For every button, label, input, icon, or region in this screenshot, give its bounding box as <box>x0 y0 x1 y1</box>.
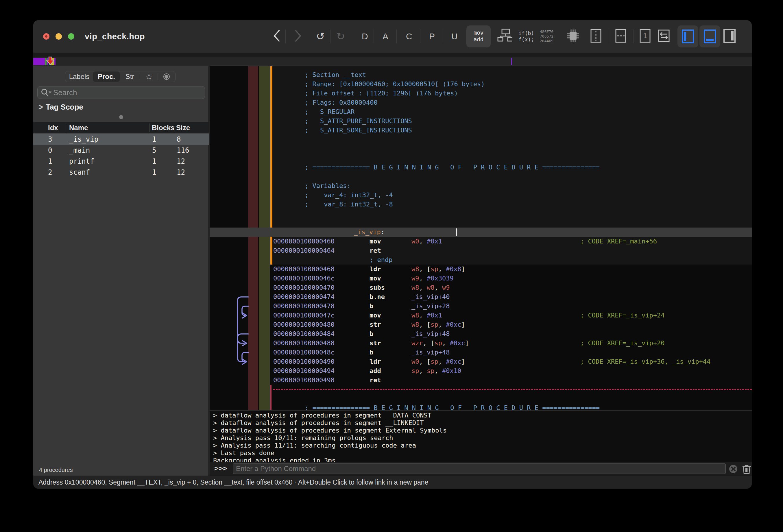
python-command-input[interactable] <box>233 464 726 474</box>
tag-scope-disclosure[interactable]: > Tag Scope <box>38 102 83 112</box>
disasm-line[interactable]: ; S_ATTR_SOME_INSTRUCTIONS <box>210 126 752 135</box>
disasm-line[interactable]: 0000000100000488strwzr, [sp, #0xc]; CODE… <box>210 339 752 348</box>
panel-resize-handle[interactable] <box>119 115 123 119</box>
disasm-line[interactable]: 0000000100000470subsw8, w8, w9 <box>210 283 752 292</box>
disasm-line[interactable]: ; Flags: 0x80000400 <box>210 98 752 107</box>
redo-button[interactable]: ↻ <box>336 30 345 42</box>
sidebar: Labels Proc. Str ☆ > Tag Scope <box>33 66 209 476</box>
column-divider[interactable] <box>150 123 150 132</box>
disasm-line[interactable]: ; =============== B E G I N N I N G O F … <box>210 403 752 410</box>
disasm-line[interactable]: 0000000100000468ldrw8, [sp, #0x8] <box>210 264 752 274</box>
disasm-line[interactable]: 0000000100000480strw8, [sp, #0xc] <box>210 320 752 329</box>
disasm-line[interactable]: ; S_ATTR_PURE_INSTRUCTIONS <box>210 117 752 126</box>
undefine-type-button[interactable]: U <box>451 32 458 41</box>
tab-colors-circle-icon[interactable] <box>158 71 175 82</box>
console-line: > dataflow analysis of procedures in seg… <box>210 419 752 427</box>
navigate-back-button[interactable] <box>273 30 281 43</box>
cell-idx: 0 <box>48 146 52 154</box>
close-button[interactable] <box>43 33 50 40</box>
trash-icon[interactable] <box>742 464 751 474</box>
hex-line: 706572 <box>540 34 554 39</box>
pseudo-code-button[interactable]: if(b) f(x); <box>519 30 534 43</box>
disasm-line[interactable] <box>210 172 752 181</box>
disasm-line[interactable] <box>210 218 752 227</box>
tab-bookmarks-star-icon[interactable]: ☆ <box>140 71 158 82</box>
clear-console-icon[interactable] <box>729 464 738 474</box>
disassembly-pane[interactable]: ; Section __text; Range: [0x100000460; 0… <box>210 66 752 410</box>
log-console[interactable]: > dataflow analysis of procedures in seg… <box>210 410 752 462</box>
column-divider[interactable] <box>174 123 174 132</box>
disasm-line[interactable]: ; endp <box>210 255 752 264</box>
split-horizontal-icon[interactable] <box>615 29 627 44</box>
disasm-line[interactable] <box>210 394 752 403</box>
disasm-line[interactable]: 0000000100000494addsp, sp, #0x10 <box>210 366 752 376</box>
disasm-line[interactable]: 000000010000047cmovw8, #0x1; CODE XREF=_… <box>210 311 752 320</box>
search-icon[interactable] <box>40 88 52 97</box>
hex-line: 486F70 <box>540 30 554 34</box>
f-x-label: f(x); <box>519 36 534 43</box>
disasm-line[interactable]: 0000000100000460movw0, #0x1; CODE XREF=_… <box>210 237 752 246</box>
disasm-line[interactable] <box>210 209 752 218</box>
column-header-name[interactable]: Name <box>69 124 88 132</box>
search-input[interactable] <box>52 88 205 97</box>
tab-labels[interactable]: Labels <box>65 71 93 82</box>
code-type-button[interactable]: C <box>406 32 412 41</box>
single-pane-icon[interactable]: 1 <box>639 29 651 44</box>
disasm-line[interactable]: 0000000100000464ret <box>210 246 752 255</box>
column-header-idx[interactable]: Idx <box>48 124 58 132</box>
disasm-line[interactable] <box>210 154 752 163</box>
assembly-view-button[interactable]: mov add <box>466 26 491 48</box>
cpu-chip-icon[interactable] <box>565 28 581 45</box>
column-header-size[interactable]: Size <box>176 124 190 132</box>
disasm-line[interactable]: ; S_REGULAR <box>210 107 752 117</box>
minimize-button[interactable] <box>56 33 62 40</box>
disasm-line[interactable] <box>210 144 752 154</box>
disasm-line[interactable]: ; Section __text <box>210 70 752 80</box>
disasm-line[interactable]: 0000000100000498ret <box>210 376 752 385</box>
disasm-line[interactable]: ; Range: [0x100000460; 0x100000510[ (176… <box>210 80 752 89</box>
toggle-bottom-panel-button[interactable] <box>699 26 720 48</box>
status-bar: Address 0x100000460, Segment __TEXT, _is… <box>33 476 752 489</box>
disasm-line[interactable]: 0000000100000478b_is_vip+28 <box>210 302 752 311</box>
disasm-line[interactable]: 000000010000048cb_is_vip+48 <box>210 348 752 357</box>
disasm-line[interactable]: 0000000100000490ldrw0, [sp, #0xc]; CODE … <box>210 357 752 366</box>
segment-block-text[interactable] <box>33 58 45 65</box>
procedure-row[interactable]: 2scanf112 <box>33 167 209 178</box>
procedure-row[interactable]: 0_main5116 <box>33 145 209 156</box>
navigate-forward-button[interactable] <box>294 30 302 43</box>
sidebar-tabbar: Labels Proc. Str ☆ <box>65 71 176 82</box>
disasm-line[interactable]: ; var_4: int32_t, -4 <box>210 191 752 200</box>
column-header-blocks[interactable]: Blocks <box>152 124 175 132</box>
procedure-row[interactable]: 1printf112 <box>33 156 209 167</box>
control-flow-graph-icon[interactable] <box>497 29 512 44</box>
cell-size: 116 <box>177 146 189 154</box>
segment-map[interactable] <box>33 57 752 66</box>
swap-panes-icon[interactable] <box>658 28 670 44</box>
procedure-row[interactable]: 3_is_vip18 <box>33 134 209 145</box>
procedure-type-button[interactable]: P <box>429 32 435 41</box>
circle-icon <box>163 73 170 80</box>
tab-procedures[interactable]: Proc. <box>93 71 120 82</box>
toggle-right-panel-button[interactable] <box>723 28 736 44</box>
split-vertical-icon[interactable] <box>590 29 602 44</box>
toolbar-separator <box>374 30 374 43</box>
disasm-line[interactable]: ; =============== B E G I N N I N G O F … <box>210 163 752 172</box>
table-header[interactable]: Idx Name Blocks Size <box>33 122 209 134</box>
disasm-line-selected[interactable]: _is_vip: <box>210 227 752 237</box>
toolbar-separator <box>285 30 286 43</box>
disasm-line[interactable]: ; File offset : [1120; 1296[ (176 bytes) <box>210 89 752 98</box>
data-type-button[interactable]: D <box>362 32 368 41</box>
disasm-line[interactable]: ; var_8: int32_t, -8 <box>210 200 752 209</box>
toggle-left-panel-button[interactable] <box>678 26 698 48</box>
disasm-line[interactable]: ; Variables: <box>210 181 752 191</box>
disasm-line[interactable]: 0000000100000484b_is_vip+48 <box>210 329 752 339</box>
zoom-button[interactable] <box>68 33 74 40</box>
disasm-line[interactable]: 000000010000046cmovw9, #0x3039 <box>210 274 752 283</box>
column-divider[interactable] <box>67 123 67 132</box>
disasm-line[interactable]: 0000000100000474b.ne_is_vip+40 <box>210 292 752 302</box>
tab-strings[interactable]: Str <box>120 71 140 82</box>
undo-button[interactable]: ↺ <box>316 30 325 42</box>
ascii-type-button[interactable]: A <box>382 32 388 41</box>
hex-mode-button[interactable]: 486F70 706572 204469 <box>540 30 554 43</box>
disasm-line[interactable] <box>210 135 752 144</box>
